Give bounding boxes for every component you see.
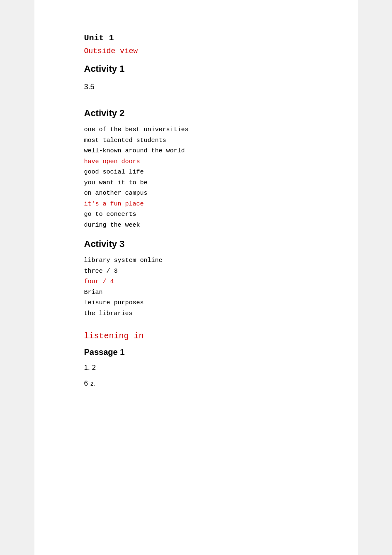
activity3-list: library system online three / 3 four / 4… (84, 255, 308, 319)
passage1-item2-small: 2. (90, 381, 95, 387)
activity1-block: Activity 1 3.5 (84, 64, 308, 91)
activity1-title: Activity 1 (84, 64, 308, 74)
section-title: Outside view (84, 47, 308, 55)
list-item: three / 3 (84, 266, 308, 277)
list-item: good social life (84, 167, 308, 178)
activity3-block: Activity 3 library system online three /… (84, 239, 308, 319)
activity1-score: 3.5 (84, 83, 308, 91)
list-item: Brian (84, 287, 308, 298)
list-item: most talented students (84, 135, 308, 146)
list-item: leisure purposes (84, 298, 308, 308)
listening-in-title: listening in (84, 331, 308, 341)
passage1-item1: 1. 2 (84, 364, 308, 372)
list-item: well-known around the world (84, 146, 308, 156)
listening-in-block: listening in Passage 1 1. 2 6 2. (84, 331, 308, 388)
page: Unit 1 Outside view Activity 1 3.5 Activ… (34, 0, 358, 555)
list-item: you want it to be (84, 178, 308, 188)
list-item: have open doors (84, 156, 308, 167)
passage1-item2: 6 2. (84, 379, 308, 388)
activity2-list: one of the best universities most talent… (84, 125, 308, 230)
list-item: library system online (84, 255, 308, 266)
list-item: go to concerts (84, 209, 308, 220)
passage1-item2-large: 6 (84, 379, 88, 388)
unit-title: Unit 1 (84, 33, 308, 43)
activity2-block: Activity 2 one of the best universities … (84, 108, 308, 230)
list-item: the libraries (84, 308, 308, 319)
passage1-title: Passage 1 (84, 347, 308, 357)
activity3-title: Activity 3 (84, 239, 308, 249)
list-item: four / 4 (84, 276, 308, 287)
list-item: it's a fun place (84, 199, 308, 210)
list-item: one of the best universities (84, 125, 308, 135)
list-item: on another campus (84, 188, 308, 199)
activity2-title: Activity 2 (84, 108, 308, 119)
list-item: during the week (84, 220, 308, 231)
